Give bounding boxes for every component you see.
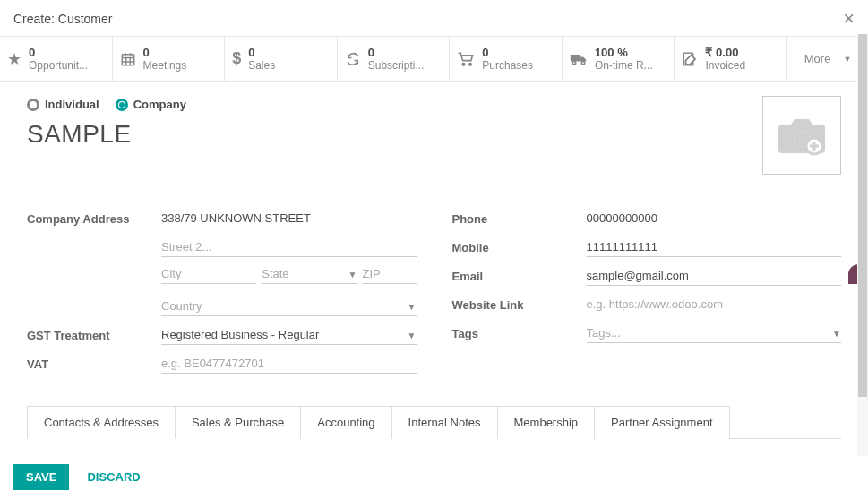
label-gst: GST Treatment [27, 329, 161, 342]
website-input[interactable] [587, 295, 842, 314]
form-left-column: Company Address ▼ [27, 207, 417, 381]
form-body: Individual Company [0, 82, 868, 467]
name-input[interactable] [27, 118, 555, 151]
vat-input[interactable] [161, 354, 417, 374]
scrollbar-track[interactable] [857, 34, 868, 456]
country-select[interactable] [161, 297, 417, 316]
truck-icon [570, 52, 588, 66]
refresh-icon [345, 51, 361, 67]
radio-label: Company [133, 98, 186, 111]
tab-membership[interactable]: Membership [497, 406, 596, 439]
stat-more-button[interactable]: More ▼ [787, 37, 868, 81]
svg-point-10 [572, 61, 575, 64]
stat-label: Opportunit... [29, 59, 88, 72]
tags-select[interactable] [587, 323, 842, 343]
label-mobile: Mobile [452, 241, 587, 254]
label-website: Website Link [452, 298, 587, 312]
cart-icon [457, 51, 475, 67]
stat-value: ₹ 0.00 [705, 46, 745, 59]
dialog-footer: SAVE DISCARD [0, 455, 868, 499]
svg-point-7 [463, 63, 466, 65]
stat-value: 0 [29, 46, 88, 59]
star-icon: ★ [7, 49, 21, 69]
email-input[interactable] [587, 266, 842, 286]
stat-label: Meetings [143, 59, 187, 72]
dialog-header: Create: Customer × [0, 0, 868, 36]
type-radio-group: Individual Company [27, 98, 555, 111]
stat-purchases[interactable]: 0 Purchases [450, 37, 563, 81]
radio-icon [116, 99, 128, 111]
label-vat: VAT [27, 357, 161, 371]
stat-subscriptions[interactable]: 0 Subscripti... [338, 37, 451, 81]
stat-meetings[interactable]: 0 Meetings [113, 37, 226, 81]
dollar-icon: $ [232, 49, 241, 68]
discard-button[interactable]: DISCARD [82, 469, 145, 485]
tab-sales-purchase[interactable]: Sales & Purchase [175, 406, 301, 439]
close-icon[interactable]: × [843, 9, 855, 29]
save-button[interactable]: SAVE [13, 464, 69, 490]
tab-internal-notes[interactable]: Internal Notes [391, 406, 498, 439]
city-input[interactable] [161, 264, 256, 284]
stat-label: Invoiced [705, 59, 745, 72]
stat-opportunities[interactable]: ★ 0 Opportunit... [0, 37, 113, 81]
image-upload[interactable] [762, 96, 841, 175]
radio-individual[interactable]: Individual [27, 98, 99, 111]
camera-plus-icon [777, 114, 827, 157]
mobile-input[interactable] [587, 237, 842, 257]
stat-invoiced[interactable]: ₹ 0.00 Invoiced [675, 37, 787, 81]
tab-accounting[interactable]: Accounting [300, 406, 391, 439]
street-input[interactable] [161, 209, 417, 228]
more-label: More [804, 52, 831, 65]
pencil-square-icon [682, 51, 698, 67]
label-tags: Tags [452, 327, 587, 340]
label-company-address: Company Address [27, 212, 161, 226]
stat-sales[interactable]: $ 0 Sales [225, 37, 338, 81]
radio-icon [27, 99, 39, 111]
street2-input[interactable] [161, 237, 417, 257]
label-email: Email [452, 270, 587, 283]
state-select[interactable] [262, 264, 357, 284]
stat-label: Subscripti... [368, 59, 425, 72]
stat-bar: ★ 0 Opportunit... 0 Meetings $ 0 Sales 0… [0, 36, 868, 82]
tab-contacts[interactable]: Contacts & Addresses [27, 406, 176, 439]
radio-company[interactable]: Company [116, 98, 186, 111]
stat-value: 0 [143, 46, 187, 59]
chevron-down-icon: ▼ [843, 55, 851, 64]
form-right-column: Phone Mobile Email Website Link [452, 207, 842, 381]
gst-select[interactable] [161, 325, 417, 345]
stat-label: On-time R... [595, 59, 653, 72]
phone-input[interactable] [587, 209, 842, 228]
scrollbar-thumb[interactable] [858, 34, 867, 397]
zip-input[interactable] [363, 264, 417, 284]
svg-rect-9 [571, 55, 580, 62]
stat-label: Purchases [482, 59, 533, 72]
stat-value: 0 [248, 46, 275, 59]
tab-bar: Contacts & Addresses Sales & Purchase Ac… [27, 406, 841, 439]
calendar-icon [120, 51, 136, 67]
svg-point-8 [469, 63, 472, 65]
dialog-title: Create: Customer [13, 12, 112, 26]
label-phone: Phone [452, 212, 587, 226]
stat-ontime[interactable]: 100 % On-time R... [563, 37, 675, 81]
tab-partner-assignment[interactable]: Partner Assignment [594, 406, 729, 439]
stat-value: 0 [482, 46, 533, 59]
stat-value: 0 [368, 46, 425, 59]
svg-point-11 [581, 61, 584, 64]
stat-value: 100 % [595, 46, 653, 59]
svg-rect-0 [122, 54, 134, 65]
radio-label: Individual [45, 98, 99, 111]
stat-label: Sales [248, 59, 275, 72]
